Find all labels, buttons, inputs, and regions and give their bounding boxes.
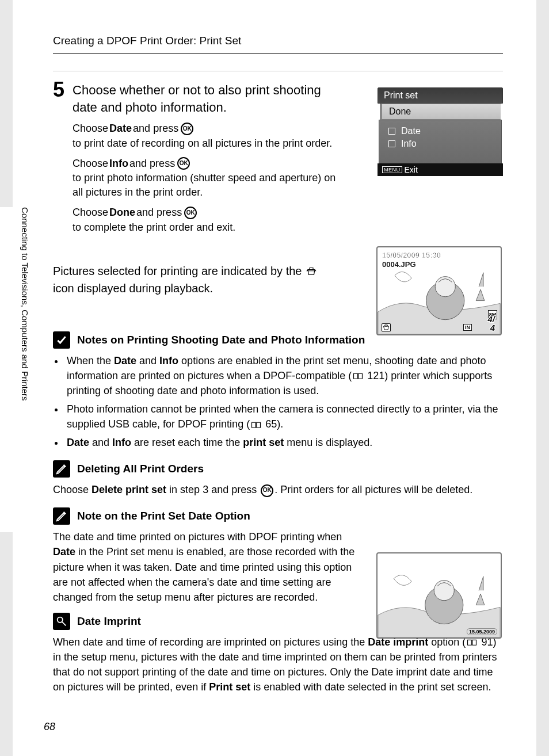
photo-illustration — [378, 553, 501, 637]
in-badge: IN — [463, 324, 472, 331]
camera-screen-printset: Print set Done Date Info MENU Exit — [378, 87, 503, 176]
page: Creating a DPOF Print Order: Print Set 5… — [13, 0, 536, 756]
ok-icon: OK — [261, 484, 273, 497]
checkbox-icon — [388, 128, 395, 135]
notes-shooting-date: Notes on Printing Shooting Date and Phot… — [53, 331, 503, 450]
bullet-list: When the Date and Info options are enabl… — [56, 353, 503, 450]
lcd-date: 15/05/2009 15:30 — [382, 251, 441, 259]
bold: Info — [159, 355, 178, 366]
section-text: The date and time printed on pictures wi… — [53, 529, 358, 604]
subsection-head: Note on the Print Set Date Option — [53, 507, 503, 525]
bullet-item: Photo information cannot be printed when… — [64, 402, 503, 432]
bold: Info — [112, 437, 131, 448]
menu-badge: MENU — [382, 166, 402, 173]
text: . Print orders for all pictures will be … — [274, 484, 472, 495]
text: Choose — [73, 205, 108, 220]
bold: Delete print set — [92, 484, 166, 495]
step-para-date: Choose Date and press OK to print date o… — [73, 121, 337, 150]
page-title: Creating a DPOF Print Order: Print Set — [53, 35, 503, 54]
text: and press — [133, 121, 178, 136]
counter-total: 4 — [490, 323, 495, 333]
imprint-date-badge: 15.05.2009 — [467, 628, 497, 635]
text: Choose — [73, 156, 108, 171]
bold: Done — [109, 205, 135, 220]
option-info: Info — [388, 138, 492, 150]
text: Choose — [73, 121, 108, 136]
section-text: Choose Delete print set in step 3 and pr… — [53, 482, 503, 497]
text: and press — [129, 156, 175, 171]
text: to complete the print order and exit. — [73, 220, 235, 235]
ok-icon: OK — [177, 157, 190, 170]
text: Pictures selected for printing are indic… — [53, 265, 305, 277]
step-number: 5 — [53, 79, 64, 100]
page-ref-icon — [353, 372, 363, 380]
option-date: Date — [388, 125, 492, 138]
subsection-title: Date Imprint — [77, 615, 141, 628]
option-label: Date — [401, 126, 421, 136]
text: When the — [67, 355, 114, 366]
svg-point-0 — [58, 617, 63, 622]
screen-done-row: Done — [380, 104, 501, 120]
bold: Date — [114, 355, 136, 366]
bold: Info — [109, 156, 128, 171]
text: and — [136, 355, 159, 366]
side-tab — [0, 455, 13, 532]
screen-title: Print set — [378, 87, 503, 104]
text: are reset each time the — [131, 437, 243, 448]
pencil-icon — [53, 507, 70, 525]
bold: print set — [243, 437, 284, 448]
text: in step 3 and press — [166, 484, 260, 495]
text: icon displayed during playback. — [53, 282, 213, 295]
screen-options: Date Info — [379, 120, 502, 163]
text: When date and time of recording are impr… — [53, 636, 368, 648]
divider — [53, 71, 503, 71]
page-number: 68 — [44, 721, 55, 733]
date-option-lcd: 15.05.2009 — [376, 552, 502, 639]
page-ref-icon — [251, 421, 261, 429]
step-para-info: Choose Info and press OK to print photo … — [73, 156, 337, 200]
option-label: Info — [401, 139, 417, 149]
bullet-item: When the Date and Info options are enabl… — [64, 353, 503, 398]
text: and press — [136, 205, 182, 220]
bold: Print set — [209, 681, 250, 693]
bullet-item: Date and Info are reset each time the pr… — [64, 435, 503, 450]
section-text: When date and time of recording are impr… — [53, 635, 503, 694]
text: to print photo information (shutter spee… — [73, 171, 337, 200]
svg-point-2 — [435, 277, 455, 297]
text: Choose — [53, 484, 92, 495]
playback-paragraph: Pictures selected for printing are indic… — [53, 262, 341, 297]
playback-lcd: 15/05/2009 15:30 0004.JPG 8M IN 4/ 4 — [376, 246, 502, 335]
side-margin-white — [0, 207, 13, 455]
subsection-title: Deleting All Print Orders — [77, 463, 204, 475]
notes-deleting-orders: Deleting All Print Orders Choose Delete … — [53, 460, 503, 497]
page-ref-icon — [467, 639, 477, 647]
lcd-filename: 0004.JPG — [382, 260, 416, 269]
svg-point-5 — [434, 581, 454, 601]
text: in the Print set menu is enabled, are th… — [53, 546, 354, 602]
pencil-icon — [53, 460, 70, 478]
screen-footer: MENU Exit — [378, 163, 503, 176]
text: The date and time printed on pictures wi… — [53, 531, 342, 543]
text: to print date of recording on all pictur… — [73, 136, 332, 151]
subsection-title: Notes on Printing Shooting Date and Phot… — [77, 334, 365, 346]
print-order-icon — [381, 323, 391, 333]
ok-icon: OK — [181, 123, 193, 135]
step-para-done: Choose Done and press OK to complete the… — [73, 205, 337, 234]
bold: Date — [53, 546, 75, 558]
checkbox-icon — [388, 140, 395, 147]
lcd-counter: 4/ 4 — [487, 315, 495, 332]
sidebar-section-label: Connecting to Televisions, Computers and… — [20, 207, 30, 455]
text: menu is displayed. — [284, 437, 372, 448]
ok-icon: OK — [184, 207, 197, 219]
step-title: Choose whether or not to also print shoo… — [73, 82, 343, 116]
print-order-icon — [306, 267, 317, 277]
text: and — [89, 437, 112, 448]
check-icon — [53, 331, 70, 349]
tip-icon — [53, 613, 70, 630]
bold: Date — [67, 437, 89, 448]
subsection-title: Note on the Print Set Date Option — [77, 510, 250, 522]
text: 65). — [262, 418, 283, 430]
exit-label: Exit — [405, 165, 418, 174]
bold: Date — [109, 121, 132, 136]
text: is enabled with date selected in the pri… — [250, 681, 491, 693]
